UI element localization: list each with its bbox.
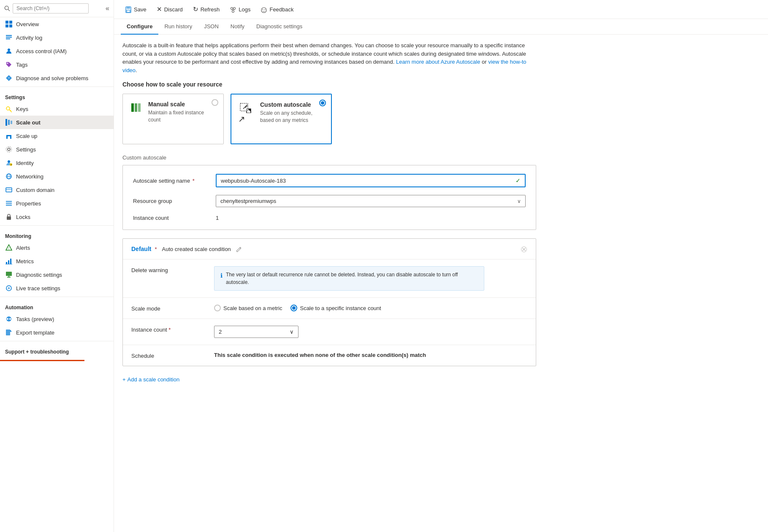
tab-json[interactable]: JSON — [198, 19, 225, 35]
choose-scale-title: Choose how to scale your resource — [122, 81, 760, 88]
svg-point-46 — [7, 318, 8, 320]
instance-count-select-value: 2 — [219, 329, 222, 335]
manual-scale-radio[interactable] — [212, 99, 218, 106]
svg-marker-49 — [10, 330, 12, 332]
logs-label: Logs — [239, 6, 250, 13]
sidebar-item-keys[interactable]: Keys — [0, 102, 114, 116]
sidebar-item-diagnostic-settings[interactable]: Diagnostic settings — [0, 268, 114, 281]
sidebar-item-live-trace[interactable]: Live trace settings — [0, 281, 114, 295]
sidebar-item-alerts[interactable]: ! Alerts — [0, 241, 114, 254]
svg-rect-41 — [6, 272, 12, 276]
learn-more-link[interactable]: Learn more about Azure Autoscale — [396, 59, 480, 65]
feedback-button[interactable]: Feedback — [256, 4, 298, 15]
autoscale-name-input[interactable]: webpubsub-Autoscale-183 ✓ — [216, 174, 526, 187]
refresh-icon: ↻ — [193, 5, 198, 13]
delete-condition-button[interactable] — [521, 246, 527, 253]
sidebar-item-custom-domain[interactable]: Custom domain — [0, 183, 114, 197]
custom-autoscale-card[interactable]: ↗ Custom autoscale Scale on any schedule… — [231, 94, 332, 144]
scale-specific-option[interactable]: Scale to a specific instance count — [290, 305, 381, 311]
scale-metric-radio[interactable] — [214, 305, 221, 311]
search-input[interactable] — [13, 3, 89, 14]
sidebar-item-locks[interactable]: Locks — [0, 210, 114, 224]
scale-condition-header: Default * Auto created scale condition — [123, 239, 536, 259]
condition-required-star: * — [155, 246, 157, 252]
sidebar-item-access-control[interactable]: Access control (IAM) — [0, 44, 114, 58]
condition-instance-label: Instance count * — [131, 326, 207, 333]
tab-configure[interactable]: Configure — [121, 19, 158, 35]
svg-point-0 — [5, 6, 8, 10]
sidebar-item-tasks[interactable]: Tasks (preview) — [0, 312, 114, 326]
custom-autoscale-radio[interactable] — [319, 100, 326, 106]
sidebar-item-tags[interactable]: Tags — [0, 58, 114, 71]
refresh-button[interactable]: ↻ Refresh — [189, 3, 224, 15]
svg-rect-17 — [11, 121, 12, 124]
resource-group-row: Resource group chenyltestpremiumwps ∨ — [133, 195, 526, 207]
sidebar-item-activity-log[interactable]: Activity log — [0, 31, 114, 44]
add-scale-condition-button[interactable]: + Add a scale condition — [122, 373, 179, 386]
sidebar-item-overview[interactable]: Overview — [0, 17, 114, 31]
manual-scale-card[interactable]: Manual scale Maintain a fixed instance c… — [122, 94, 224, 144]
sidebar-item-export[interactable]: Export template — [0, 326, 114, 339]
instance-count-label: Instance count — [133, 215, 209, 221]
scale-specific-radio[interactable] — [290, 305, 297, 311]
tasks-label: Tasks (preview) — [16, 316, 54, 322]
svg-text:id: id — [11, 163, 12, 166]
scale-based-metric-option[interactable]: Scale based on a metric — [214, 305, 282, 311]
sidebar-item-networking[interactable]: Networking — [0, 170, 114, 183]
logs-button[interactable]: Logs — [225, 4, 255, 15]
add-scale-icon: + — [122, 376, 126, 383]
scale-up-label: Scale up — [16, 133, 38, 139]
svg-point-23 — [8, 160, 10, 163]
scale-metric-label: Scale based on a metric — [223, 305, 282, 311]
live-trace-icon — [5, 284, 13, 292]
tasks-icon — [5, 315, 13, 323]
automation-header: Automation — [0, 299, 114, 312]
svg-point-9 — [8, 49, 10, 51]
delete-warning-content: ℹ The very last or default recurrence ru… — [214, 266, 527, 291]
activity-log-label: Activity log — [16, 35, 42, 41]
tab-notify[interactable]: Notify — [225, 19, 250, 35]
svg-rect-33 — [6, 205, 12, 206]
sidebar-search-area: « — [0, 0, 114, 17]
networking-icon — [5, 173, 13, 180]
save-icon — [125, 5, 132, 13]
edit-condition-button[interactable] — [234, 245, 244, 253]
svg-rect-63 — [138, 103, 141, 112]
svg-rect-7 — [6, 37, 12, 38]
custom-autoscale-section-label: Custom autoscale — [122, 154, 760, 161]
resource-group-dropdown[interactable]: chenyltestpremiumwps ∨ — [216, 195, 526, 207]
sidebar-item-settings[interactable]: Settings — [0, 143, 114, 156]
support-divider — [0, 341, 114, 341]
custom-autoscale-icon: ↗ — [240, 102, 252, 113]
logs-icon — [230, 6, 236, 13]
delete-warning-label: Delete warning — [131, 266, 207, 273]
properties-icon — [5, 200, 13, 207]
sidebar-item-scale-out[interactable]: Scale out — [0, 116, 114, 129]
sidebar-item-metrics[interactable]: Metrics — [0, 254, 114, 268]
save-label: Save — [134, 6, 147, 13]
svg-line-1 — [8, 9, 10, 11]
tab-diagnostic-settings[interactable]: Diagnostic settings — [250, 19, 308, 35]
collapse-button[interactable]: « — [106, 5, 109, 12]
sidebar-item-scale-up[interactable]: Scale up — [0, 129, 114, 143]
sidebar-item-diagnose[interactable]: ? Diagnose and solve problems — [0, 71, 114, 85]
tab-run-history[interactable]: Run history — [158, 19, 198, 35]
activity-log-icon — [5, 34, 13, 41]
autoscale-name-label: Autoscale setting name * — [133, 178, 209, 184]
sidebar-item-properties[interactable]: Properties — [0, 197, 114, 210]
alerts-label: Alerts — [16, 245, 30, 251]
condition-instance-control: 2 ∨ — [214, 326, 527, 338]
resource-group-control: chenyltestpremiumwps ∨ — [216, 195, 526, 207]
custom-domain-icon — [5, 186, 13, 194]
sidebar-item-identity[interactable]: id Identity — [0, 156, 114, 170]
diagnose-icon: ? — [5, 74, 13, 82]
networking-label: Networking — [16, 173, 43, 180]
svg-rect-39 — [10, 259, 11, 264]
svg-point-10 — [7, 63, 8, 64]
save-button[interactable]: Save — [121, 3, 151, 15]
svg-line-57 — [233, 9, 234, 10]
search-icon — [4, 5, 10, 11]
instance-count-select[interactable]: 2 ∨ — [214, 326, 299, 338]
discard-button[interactable]: ✕ Discard — [152, 3, 187, 15]
condition-instance-count-row: Instance count * 2 ∨ — [123, 319, 536, 345]
